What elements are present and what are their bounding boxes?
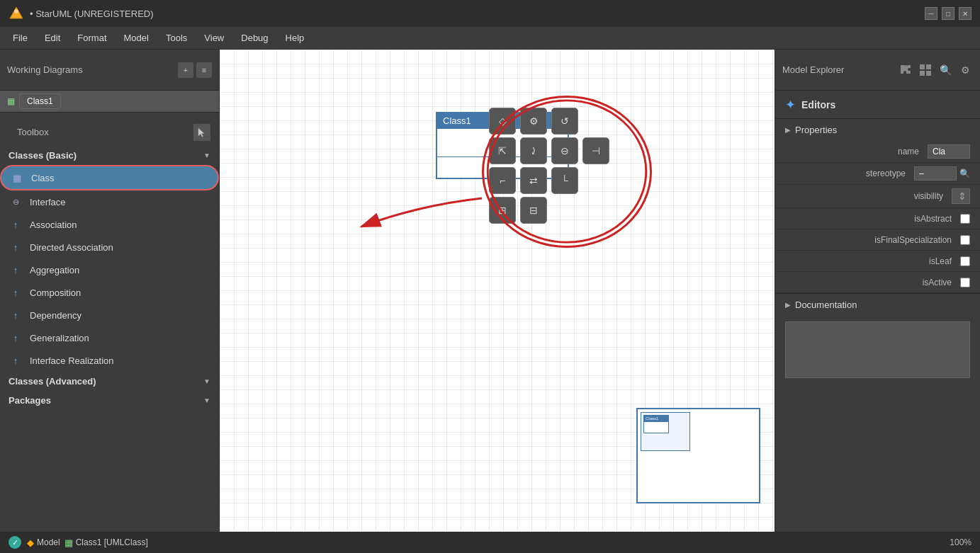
toolbox: Toolbox Classes (Basic) ▼ ▦ Class ⊖ Inte… — [0, 113, 219, 532]
toolbar-diamond-btn[interactable]: ◇ — [489, 108, 516, 135]
prop-isabstract-checkbox[interactable] — [960, 214, 970, 224]
classes-basic-label: Classes (Basic) — [9, 150, 77, 161]
maximize-button[interactable]: □ — [942, 7, 954, 20]
prop-visibility-arrow-icon: ⇕ — [958, 190, 967, 202]
toolbar-arrow-sq-btn[interactable]: ⇄ — [520, 167, 547, 194]
menu-file[interactable]: File — [6, 30, 35, 46]
breadcrumb-class1[interactable]: ▦ Class1 [UMLClass] — [64, 537, 148, 548]
tool-interface-realization[interactable]: ↑ Interface Realization — [0, 349, 219, 372]
menu-edit[interactable]: Edit — [38, 30, 67, 46]
model-breadcrumb-icon: ◆ — [27, 537, 34, 548]
prop-visibility-row: visibility ⇕ — [775, 185, 980, 208]
editors-crosshair-icon[interactable]: ✦ — [785, 97, 796, 113]
prop-name-label: name — [785, 147, 928, 156]
search-icon[interactable]: 🔍 — [937, 62, 953, 78]
prop-stereotype-label: stereotype — [785, 169, 914, 178]
class-tool-icon: ▦ — [10, 171, 24, 185]
aggregation-tool-icon: ↑ — [9, 263, 23, 277]
settings-icon[interactable]: ⚙ — [957, 62, 973, 78]
tool-interface[interactable]: ⊖ Interface — [0, 190, 219, 213]
association-tool-icon: ↑ — [9, 217, 23, 232]
menu-view[interactable]: View — [197, 30, 231, 46]
toolbar-corner-tl-btn[interactable]: ⇱ — [489, 137, 516, 164]
title-bar: • StarUML (UNREGISTERED) ─ □ ✕ — [0, 0, 980, 27]
prop-isfinalspec-label: isFinalSpecialization — [785, 235, 960, 245]
toolbar-gear-btn[interactable]: ⚙ — [520, 108, 547, 135]
menu-bar: File Edit Format Model Tools View Debug … — [0, 27, 980, 50]
menu-tools[interactable]: Tools — [159, 30, 194, 46]
generalization-tool-icon: ↑ — [9, 331, 23, 345]
documentation-label: Documentation — [795, 300, 857, 310]
minimize-button[interactable]: ─ — [925, 7, 937, 20]
prop-stereotype-value: – 🔍 — [914, 166, 970, 181]
toolbar-refresh-btn[interactable]: ↺ — [551, 108, 578, 135]
classes-advanced-label: Classes (Advanced) — [9, 376, 96, 387]
menu-model[interactable]: Model — [117, 30, 156, 46]
toolbar-corner-bl-btn[interactable]: └ — [551, 167, 578, 194]
puzzle-icon[interactable] — [898, 62, 913, 78]
interface-tool-icon: ⊖ — [9, 195, 23, 209]
toolbar-minus-line-btn[interactable]: ⊣ — [582, 137, 609, 164]
main-area: Working Diagrams + ≡ ▦ Class1 Toolbox Cl… — [0, 50, 980, 532]
tool-directed-association[interactable]: ↑ Directed Association — [0, 236, 219, 258]
canvas-grid[interactable]: ◇ ⚙ ↺ ⇱ ⤸ ⊖ ⊣ ⌐ ⇄ └ ⊞ ⊟ — [220, 50, 775, 532]
breadcrumb-tabs: ◆ Model ▦ Class1 [UMLClass] — [27, 537, 148, 548]
tool-association[interactable]: ↑ Association — [0, 213, 219, 236]
tool-generalization-label: Generalization — [30, 333, 89, 343]
breadcrumb-model[interactable]: ◆ Model — [27, 537, 60, 548]
svg-rect-6 — [920, 71, 925, 76]
toolbar-corner-sq-btn[interactable]: ⌐ — [489, 167, 516, 194]
prop-isabstract-row: isAbstract — [775, 208, 980, 229]
properties-header[interactable]: ▶ Properties — [775, 119, 980, 141]
diagram-list-icon[interactable]: ≡ — [196, 62, 212, 78]
toolbar-empty1 — [582, 108, 609, 135]
prop-isleaf-checkbox[interactable] — [960, 256, 970, 266]
select-cursor-tool[interactable] — [193, 124, 210, 141]
toolbar-cursor-btn[interactable]: ⤸ — [520, 137, 547, 164]
toolbar-box-add-btn[interactable]: ⊞ — [489, 197, 516, 224]
toolbar-box-minus-btn[interactable]: ⊟ — [520, 197, 547, 224]
packages-arrow-icon: ▼ — [203, 397, 210, 404]
window-controls[interactable]: ─ □ ✕ — [925, 7, 971, 20]
prop-visibility-value: ⇕ — [952, 188, 970, 204]
prop-isactive-value — [960, 278, 970, 287]
status-left: ✓ ◆ Model ▦ Class1 [UMLClass] — [9, 536, 148, 549]
new-diagram-icon[interactable]: + — [178, 62, 193, 78]
tool-aggregation-label: Aggregation — [30, 265, 79, 275]
toolbox-label: Toolbox — [9, 122, 57, 142]
canvas-area[interactable]: ◇ ⚙ ↺ ⇱ ⤸ ⊖ ⊣ ⌐ ⇄ └ ⊞ ⊟ — [220, 50, 775, 532]
toolbar-minus-circle-btn[interactable]: ⊖ — [551, 137, 578, 164]
svg-rect-5 — [926, 64, 931, 69]
tool-aggregation[interactable]: ↑ Aggregation — [0, 258, 219, 281]
prop-visibility-select[interactable]: ⇕ — [952, 188, 970, 204]
tool-generalization[interactable]: ↑ Generalization — [0, 326, 219, 349]
tool-composition[interactable]: ↑ Composition — [0, 281, 219, 304]
prop-stereotype-search-icon[interactable]: 🔍 — [959, 169, 970, 178]
documentation-expand-icon: ▶ — [785, 301, 791, 309]
prop-isfinalspec-checkbox[interactable] — [960, 235, 970, 245]
class1-diagram-tab[interactable]: Class1 — [19, 93, 61, 109]
menu-debug[interactable]: Debug — [234, 30, 275, 46]
editors-label: Editors — [801, 99, 835, 110]
model-explorer-actions: 🔍 ⚙ — [898, 62, 973, 78]
documentation-header[interactable]: ▶ Documentation — [775, 294, 980, 316]
close-button[interactable]: ✕ — [959, 7, 971, 20]
tool-interface-label: Interface — [30, 197, 66, 207]
working-diagrams: Working Diagrams + ≡ — [0, 50, 219, 91]
documentation-content[interactable] — [785, 321, 970, 378]
menu-format[interactable]: Format — [70, 30, 113, 46]
status-ok-icon: ✓ — [9, 536, 21, 549]
classes-advanced-section[interactable]: Classes (Advanced) ▼ — [0, 372, 219, 391]
prop-stereotype-input[interactable]: – — [914, 166, 957, 181]
working-diagrams-icons: + ≡ — [178, 62, 212, 78]
model-explorer-header: Model Explorer 🔍 — [775, 50, 980, 91]
prop-name-input[interactable] — [928, 144, 970, 159]
menu-help[interactable]: Help — [278, 30, 312, 46]
annotation-arrow — [347, 191, 489, 248]
grid-icon[interactable] — [918, 62, 933, 78]
tool-dependency[interactable]: ↑ Dependency — [0, 304, 219, 326]
toolbar-empty2 — [582, 167, 609, 194]
prop-isactive-checkbox[interactable] — [960, 278, 970, 287]
tool-class[interactable]: ▦ Class — [0, 165, 219, 190]
packages-section[interactable]: Packages ▼ — [0, 391, 219, 410]
